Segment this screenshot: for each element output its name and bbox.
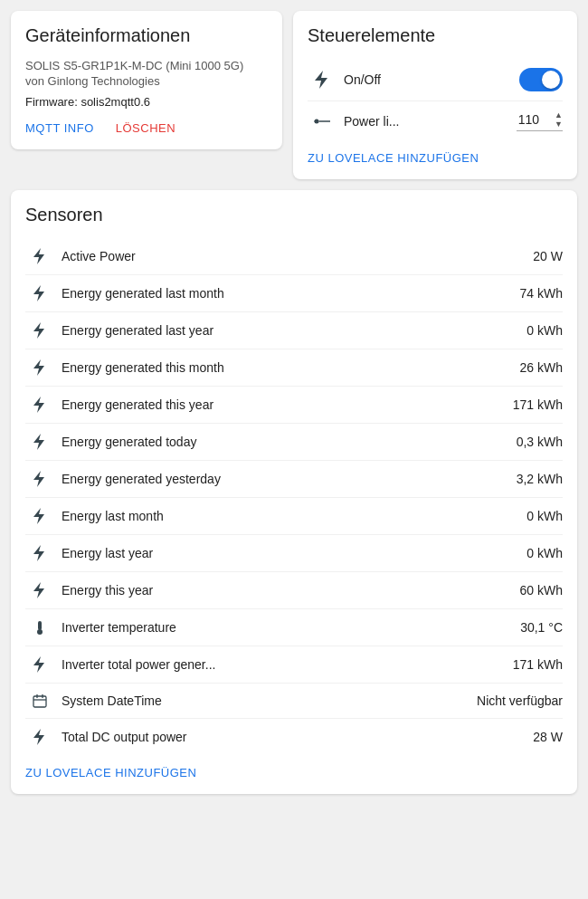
sensor-name: Energy generated this month xyxy=(62,360,513,375)
calendar-icon xyxy=(25,693,54,708)
sensor-value: 26 kWh xyxy=(520,360,563,375)
powerlimit-down-button[interactable]: ▼ xyxy=(555,120,563,129)
sensor-name: Energy generated this year xyxy=(62,397,506,412)
sensors-card: Sensoren Active Power 20 W Energy genera… xyxy=(11,190,577,794)
mqtt-info-button[interactable]: MQTT INFO xyxy=(25,121,94,135)
sensor-row: Energy last year 0 kWh xyxy=(25,535,563,572)
bolt-icon xyxy=(25,322,54,339)
sensors-list: Active Power 20 W Energy generated last … xyxy=(25,238,563,755)
powerlimit-control-row: Power li... ▲ ▼ xyxy=(308,101,563,140)
powerlimit-spinner[interactable]: ▲ ▼ xyxy=(555,110,563,129)
powerlimit-input[interactable] xyxy=(517,112,553,127)
sensor-value: 3,2 kWh xyxy=(517,472,563,486)
sensor-name: Energy generated yesterday xyxy=(62,472,509,486)
sensor-name: Inverter temperature xyxy=(62,620,513,635)
controls-card-title: Steuerelemente xyxy=(308,25,563,46)
bolt-icon xyxy=(25,434,54,450)
svg-rect-3 xyxy=(38,621,42,630)
sensors-card-title: Sensoren xyxy=(25,205,563,225)
sensor-value: 60 kWh xyxy=(520,583,563,598)
sensor-value: 0 kWh xyxy=(526,323,563,338)
svg-point-0 xyxy=(315,119,319,123)
controls-lovelace-button[interactable]: ZU LOVELACE HINZUFÜGEN xyxy=(308,151,479,165)
bolt-icon xyxy=(25,285,54,301)
sensor-value: 20 W xyxy=(533,249,563,263)
bolt-icon xyxy=(25,508,54,524)
sensor-name: Inverter total power gener... xyxy=(62,657,506,672)
sensor-name: Active Power xyxy=(62,249,526,263)
sensor-value: 28 W xyxy=(533,730,563,744)
sensor-row: Energy last month 0 kWh xyxy=(25,498,563,535)
device-firmware: Firmware: solis2mqtt0.6 xyxy=(25,95,268,109)
svg-point-4 xyxy=(37,629,43,635)
bolt-icon xyxy=(25,582,54,598)
controls-card: Steuerelemente On/Off xyxy=(293,11,577,179)
device-brand: von Ginlong Technologies xyxy=(25,74,268,88)
onoff-label: On/Off xyxy=(344,72,519,87)
sensor-name: Energy generated last month xyxy=(62,286,513,301)
bolt-icon xyxy=(25,359,54,376)
thermo-icon xyxy=(25,619,54,636)
bolt-icon xyxy=(25,397,54,413)
sensor-row: Active Power 20 W xyxy=(25,238,563,275)
device-info-card: Geräteinformationen SOLIS S5-GR1P1K-M-DC… xyxy=(11,11,282,149)
onoff-toggle[interactable] xyxy=(519,68,563,91)
bolt-icon xyxy=(25,471,54,487)
sensor-name: Total DC output power xyxy=(62,730,526,744)
sensor-value: 74 kWh xyxy=(520,286,563,301)
sensor-name: Energy last year xyxy=(62,546,519,560)
bolt-icon xyxy=(25,545,54,561)
sensor-name: Energy generated last year xyxy=(62,323,519,338)
powerlimit-input-wrapper: ▲ ▼ xyxy=(517,110,563,131)
sensor-row: Energy this year 60 kWh xyxy=(25,572,563,609)
bolt-icon xyxy=(25,729,54,745)
sensor-row: Inverter total power gener... 171 kWh xyxy=(25,646,563,684)
powerlimit-icon xyxy=(308,119,337,124)
powerlimit-up-button[interactable]: ▲ xyxy=(555,110,563,120)
sensor-value: 30,1 °C xyxy=(520,620,563,635)
onoff-bolt-icon xyxy=(308,71,337,89)
sensor-row: System DateTime Nicht verfügbar xyxy=(25,684,563,719)
delete-button[interactable]: LÖSCHEN xyxy=(116,121,175,135)
sensor-value: 171 kWh xyxy=(513,657,563,672)
sensor-value: 0 kWh xyxy=(526,509,563,523)
device-model: SOLIS S5-GR1P1K-M-DC (Mini 1000 5G) xyxy=(25,59,268,72)
powerlimit-label: Power li... xyxy=(344,114,517,129)
device-card-title: Geräteinformationen xyxy=(25,25,268,46)
sensor-row: Energy generated this year 171 kWh xyxy=(25,387,563,424)
sensor-name: Energy this year xyxy=(62,583,513,598)
sensor-row: Energy generated last month 74 kWh xyxy=(25,275,563,312)
onoff-control-row: On/Off xyxy=(308,59,563,101)
sensor-row: Energy generated today 0,3 kWh xyxy=(25,424,563,461)
sensor-name: Energy generated today xyxy=(62,435,509,449)
sensor-row: Energy generated yesterday 3,2 kWh xyxy=(25,461,563,498)
bolt-icon xyxy=(25,248,54,264)
sensor-value: 0 kWh xyxy=(526,546,563,560)
sensor-value: 0,3 kWh xyxy=(517,435,563,449)
sensor-row: Energy generated this month 26 kWh xyxy=(25,349,563,387)
bolt-icon xyxy=(25,656,54,673)
sensor-row: Inverter temperature 30,1 °C xyxy=(25,609,563,646)
sensor-name: Energy last month xyxy=(62,509,519,523)
sensor-value: Nicht verfügbar xyxy=(477,693,563,708)
svg-rect-5 xyxy=(33,696,46,707)
sensor-value: 171 kWh xyxy=(513,397,563,412)
sensors-lovelace-button[interactable]: ZU LOVELACE HINZUFÜGEN xyxy=(25,766,196,779)
sensor-row: Total DC output power 28 W xyxy=(25,719,563,755)
sensor-name: System DateTime xyxy=(62,693,469,708)
sensor-row: Energy generated last year 0 kWh xyxy=(25,312,563,349)
